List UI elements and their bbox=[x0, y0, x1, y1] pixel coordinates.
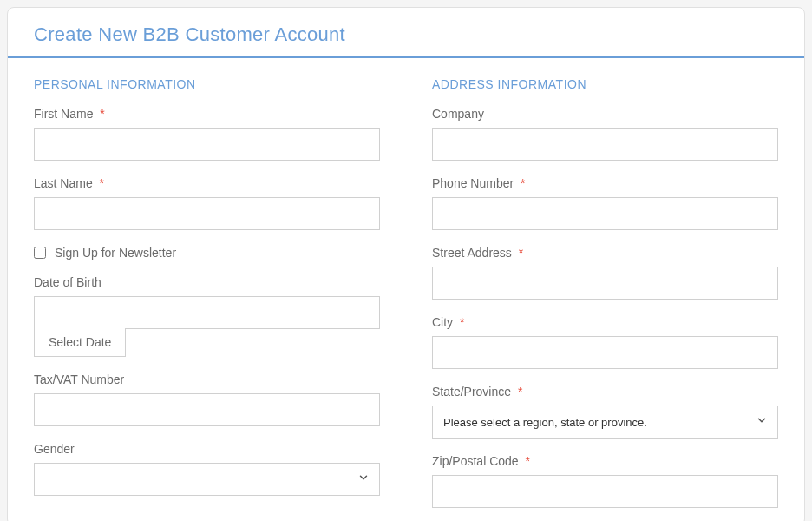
personal-section-title: PERSONAL INFORMATION bbox=[34, 77, 380, 91]
gender-select[interactable] bbox=[34, 463, 380, 496]
form-header: Create New B2B Customer Account bbox=[8, 8, 804, 58]
city-label-text: City bbox=[432, 315, 453, 329]
phone-label: Phone Number * bbox=[432, 176, 778, 190]
form-content: PERSONAL INFORMATION First Name * Last N… bbox=[8, 58, 804, 521]
newsletter-label[interactable]: Sign Up for Newsletter bbox=[55, 246, 176, 260]
phone-label-text: Phone Number bbox=[432, 176, 514, 190]
last-name-field: Last Name * bbox=[34, 176, 380, 230]
city-input[interactable] bbox=[432, 336, 778, 369]
first-name-label: First Name * bbox=[34, 107, 380, 121]
address-column: ADDRESS INFORMATION Company Phone Number… bbox=[432, 77, 778, 508]
form-container: Create New B2B Customer Account PERSONAL… bbox=[7, 7, 805, 521]
zip-label-text: Zip/Postal Code bbox=[432, 454, 519, 468]
select-date-button[interactable]: Select Date bbox=[34, 328, 126, 357]
personal-column: PERSONAL INFORMATION First Name * Last N… bbox=[34, 77, 380, 508]
state-label: State/Province * bbox=[432, 385, 778, 399]
street-input[interactable] bbox=[432, 267, 778, 300]
newsletter-checkbox[interactable] bbox=[34, 247, 46, 259]
last-name-label-text: Last Name bbox=[34, 176, 93, 190]
required-marker: * bbox=[526, 454, 530, 468]
company-input[interactable] bbox=[432, 128, 778, 161]
dob-label: Date of Birth bbox=[34, 275, 380, 289]
first-name-input[interactable] bbox=[34, 128, 380, 161]
phone-field: Phone Number * bbox=[432, 176, 778, 230]
last-name-label: Last Name * bbox=[34, 176, 380, 190]
city-field: City * bbox=[432, 315, 778, 369]
last-name-input[interactable] bbox=[34, 197, 380, 230]
dob-input[interactable] bbox=[34, 296, 380, 329]
first-name-field: First Name * bbox=[34, 107, 380, 161]
state-select-wrapper: Please select a region, state or provinc… bbox=[432, 406, 778, 439]
zip-label: Zip/Postal Code * bbox=[432, 454, 778, 468]
tax-label: Tax/VAT Number bbox=[34, 373, 380, 386]
required-marker: * bbox=[100, 176, 104, 190]
address-section-title: ADDRESS INFORMATION bbox=[432, 77, 778, 91]
street-label-text: Street Address bbox=[432, 246, 512, 260]
gender-field: Gender bbox=[34, 442, 380, 496]
required-marker: * bbox=[521, 176, 525, 190]
first-name-label-text: First Name bbox=[34, 107, 93, 121]
zip-field: Zip/Postal Code * bbox=[432, 454, 778, 508]
street-label: Street Address * bbox=[432, 246, 778, 260]
required-marker: * bbox=[460, 315, 464, 329]
dob-field: Date of Birth Select Date bbox=[34, 275, 380, 357]
gender-label: Gender bbox=[34, 442, 380, 456]
newsletter-row: Sign Up for Newsletter bbox=[34, 246, 380, 260]
zip-input[interactable] bbox=[432, 475, 778, 508]
gender-select-wrapper bbox=[34, 463, 380, 496]
street-field: Street Address * bbox=[432, 246, 778, 300]
company-field: Company bbox=[432, 107, 778, 161]
tax-field: Tax/VAT Number bbox=[34, 373, 380, 426]
required-marker: * bbox=[100, 107, 104, 121]
page-title: Create New B2B Customer Account bbox=[34, 23, 778, 46]
phone-input[interactable] bbox=[432, 197, 778, 230]
required-marker: * bbox=[518, 385, 522, 399]
state-label-text: State/Province bbox=[432, 385, 511, 399]
city-label: City * bbox=[432, 315, 778, 329]
state-field: State/Province * Please select a region,… bbox=[432, 385, 778, 439]
company-label: Company bbox=[432, 107, 778, 121]
state-select[interactable]: Please select a region, state or provinc… bbox=[432, 406, 778, 439]
tax-input[interactable] bbox=[34, 393, 380, 426]
required-marker: * bbox=[519, 246, 523, 260]
